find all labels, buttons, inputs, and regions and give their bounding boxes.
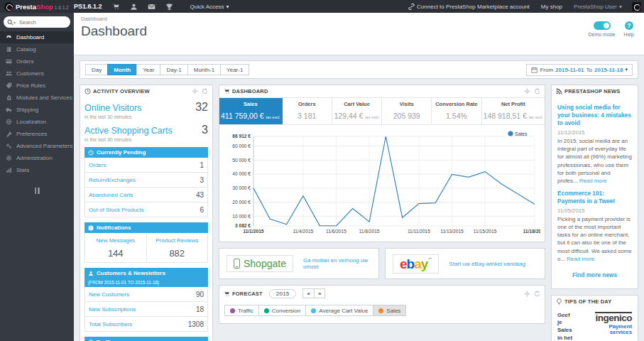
currently-pending-header: Currently Pending [84, 147, 208, 158]
caret-down-icon: ▾ [227, 4, 229, 10]
row-link[interactable]: New Subscriptions [89, 306, 136, 313]
gear-icon[interactable] [524, 88, 530, 94]
kpi-tab-conversion-rate[interactable]: Conversion Rate 1.54% [432, 98, 481, 124]
range-button-month[interactable]: Month [107, 64, 137, 75]
customers-row-subscriptions: New Subscriptions18 [85, 302, 207, 317]
news-article: Using social media for your business: 4 … [557, 104, 632, 185]
sidebar-item-advanced-parameters[interactable]: Advanced Parameters [0, 140, 74, 152]
legend-button-conversion[interactable]: Conversion [258, 305, 306, 316]
sidebar-item-localization[interactable]: Localization [0, 116, 74, 128]
new-messages-link[interactable]: New Messages [96, 237, 135, 244]
panel-title: DASHBOARD [232, 88, 268, 94]
svg-text:11/4/2015: 11/4/2015 [293, 229, 313, 234]
ebay-link[interactable]: Start uw eBay-winkel vandaag [449, 261, 525, 267]
help-label: Help [624, 32, 634, 37]
kpi-tab-net-profit[interactable]: Net Profit 148 918,51 € tax excl. [482, 98, 545, 124]
envelope-icon[interactable] [148, 3, 155, 11]
range-button-year-1[interactable]: Year-1 [220, 64, 249, 75]
read-more-link[interactable]: Read more [579, 178, 607, 184]
row-link[interactable]: New Customers [89, 291, 129, 298]
range-button-year[interactable]: Year [136, 64, 160, 75]
customers-row-subscribers: Total Subscribers1308 [85, 317, 207, 331]
forecast-next-button[interactable]: » [314, 288, 325, 298]
range-button-day[interactable]: Day [85, 64, 108, 75]
marketplace-link[interactable]: Connect to PrestaShop Marketplace accoun… [408, 4, 530, 10]
legend-button-traffic[interactable]: Traffic [224, 305, 259, 316]
trophy-icon[interactable] [165, 3, 173, 11]
demo-mode-toggle[interactable] [594, 21, 611, 30]
prestashop-logo-icon [4, 2, 13, 11]
advanced-parameters-icon [6, 143, 12, 149]
prestashop-brand[interactable]: PrestaShop1.6.1.2 [0, 2, 74, 11]
refresh-icon[interactable] [534, 291, 540, 297]
sidebar-item-orders[interactable]: Orders [0, 55, 74, 67]
ingenico-logo: ingenico Paymentservices [578, 312, 632, 337]
row-link[interactable]: Orders [89, 162, 106, 168]
sidebar-item-catalog[interactable]: Catalog [0, 43, 74, 55]
range-button-day-1[interactable]: Day-1 [160, 64, 187, 75]
sidebar-collapse-button[interactable] [0, 188, 74, 194]
sidebar-item-preferences[interactable]: Preferences [0, 128, 74, 140]
sidebar-item-stats[interactable]: Stats [0, 164, 74, 176]
average-cart-value-dot [311, 308, 316, 313]
refresh-icon[interactable] [534, 88, 540, 94]
administration-icon [6, 155, 12, 161]
caret-down-icon: ▾ [625, 67, 628, 72]
forecast-year[interactable]: 2015 [269, 289, 297, 298]
find-more-news-link[interactable]: Find more news [557, 271, 632, 278]
user-icon[interactable] [130, 3, 138, 11]
gear-icon[interactable] [192, 88, 198, 94]
catalog-icon [6, 46, 12, 53]
row-link[interactable]: Return/Exchanges [89, 177, 136, 183]
row-link[interactable]: Out of Stock Products [89, 207, 144, 213]
row-link[interactable]: Total Subscribers [89, 321, 132, 328]
legend-button-sales[interactable]: Sales [373, 305, 406, 316]
refresh-icon[interactable] [202, 88, 208, 94]
shopgate-link[interactable]: Ga mobiel en verhoog uw omzet [303, 257, 371, 270]
cart-icon [224, 291, 230, 297]
panel-title: PRESTASHOP NEWS [564, 88, 621, 94]
sidebar-item-dashboard[interactable]: Dashboard [0, 31, 74, 43]
svg-text:11/15/2015: 11/15/2015 [474, 229, 497, 234]
shop-name-label[interactable]: PS1.6.1.2 [74, 3, 102, 10]
svg-text:20 000 €: 20 000 € [232, 200, 251, 205]
read-more-link[interactable]: Read more [567, 256, 594, 262]
sidebar-item-shipping[interactable]: Shipping [0, 104, 74, 116]
localization-icon [6, 119, 12, 125]
kpi-tab-sales[interactable]: Sales 411 759,00 € tax excl. [219, 98, 283, 124]
my-shop-link[interactable]: My shop [541, 4, 562, 10]
help-icon[interactable]: ? [625, 21, 633, 30]
sidebar-item-administration[interactable]: Administration [0, 152, 74, 164]
sidebar-item-customers[interactable]: Customers [0, 67, 74, 80]
forecast-prev-button[interactable]: « [302, 288, 314, 298]
gear-icon[interactable] [524, 291, 530, 297]
article-title-link[interactable]: Using social media for your business: 4 … [557, 104, 632, 126]
sales-line-chart[interactable]: 66 912 €60 000 €50 000 €40 000 €30 000 €… [221, 128, 540, 240]
kpi-tab-visits[interactable]: Visits 205 939 [382, 98, 432, 124]
sidebar-item-price-rules[interactable]: Price Rules [0, 80, 74, 92]
kpi-tab-cart-value[interactable]: Cart Value 129,44 € tax excl. [332, 98, 382, 124]
sidebar-item-modules[interactable]: Modules and Services [0, 92, 74, 104]
breadcrumb[interactable]: Dashboard [81, 16, 637, 22]
user-menu[interactable]: PrestaShop User ▾ [574, 4, 622, 10]
row-link[interactable]: Abandoned Carts [89, 192, 133, 198]
rss-icon [556, 88, 562, 94]
active-carts-link[interactable]: Active Shopping Carts [84, 126, 173, 136]
user-avatar[interactable] [632, 2, 641, 11]
date-range-toolbar: Day Month Year Day-1 Month-1 Year-1 From… [80, 60, 638, 79]
pending-row-returns: Return/Exchanges3 [85, 173, 207, 188]
kpi-tab-orders[interactable]: Orders 3 181 [283, 98, 332, 124]
range-button-month-1[interactable]: Month-1 [187, 64, 221, 75]
online-visitors-link[interactable]: Online Visitors [84, 103, 141, 113]
cart-icon[interactable] [112, 3, 120, 11]
modules-icon [6, 94, 12, 101]
quick-access-menu[interactable]: Quick Access ▾ [190, 4, 229, 10]
product-reviews-link[interactable]: Product Reviews [155, 237, 198, 244]
legend-button-average-cart-value[interactable]: Average Cart Value [305, 305, 373, 316]
panel-title: FORECAST [232, 291, 263, 297]
date-range-picker[interactable]: From 2015-11-01 To 2015-11-18 ▾ [526, 64, 633, 76]
customers-newsletters-header: Customers & Newsletters (FROM 2015-11-01… [84, 268, 208, 287]
article-title-link[interactable]: Ecommerce 101: Payments in a Tweet [557, 190, 632, 205]
article-body: In 2015, social media are an integral pa… [557, 137, 632, 184]
pending-row-abandoned-carts: Abandoned Carts43 [85, 188, 207, 202]
